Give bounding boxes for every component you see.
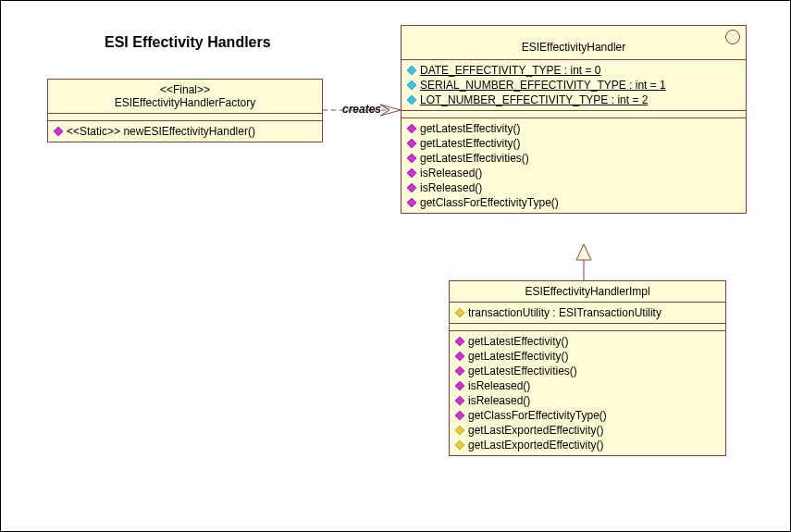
member-row: getLatestEffectivity() — [407, 121, 740, 136]
diagram-canvas: ESI Effectivity Handlers <<Final>> ESIEf… — [0, 0, 791, 532]
key-icon — [455, 426, 465, 436]
member-label: isReleased() — [468, 394, 530, 407]
member-row: transactionUtility : ESITransactionUtili… — [455, 305, 720, 320]
dependency-arrowhead — [380, 105, 389, 116]
key-icon — [455, 308, 465, 318]
member-row: getLastExportedEffectivity() — [455, 438, 720, 452]
method-icon — [407, 124, 417, 134]
member-row: isReleased() — [407, 180, 740, 195]
class-impl: ESIEffectivityHandlerImpl transactionUti… — [449, 280, 726, 456]
member-row: DATE_EFFECTIVITY_TYPE : int = 0 — [407, 63, 740, 78]
key-icon — [455, 440, 465, 451]
class-factory-header: <<Final>> ESIEffectivityHandlerFactory — [48, 80, 322, 114]
generalization-arrowhead — [576, 244, 591, 260]
class-factory-stereotype: <<Final>> — [56, 83, 315, 96]
member-label: <<Static>> newESIEffectivityHandler() — [67, 125, 255, 138]
member-label: getLatestEffectivity() — [420, 137, 521, 150]
member-row: isReleased() — [407, 166, 740, 180]
method-icon — [455, 337, 465, 347]
class-handler-name: ESIEffectivityHandler — [409, 41, 738, 54]
class-handler: ESIEffectivityHandler DATE_EFFECTIVITY_T… — [401, 25, 747, 214]
class-handler-header: ESIEffectivityHandler — [402, 26, 746, 60]
member-label: LOT_NUMBER_EFFECTIVITY_TYPE : int = 2 — [420, 93, 648, 106]
member-row: isReleased() — [455, 393, 720, 408]
member-row: isReleased() — [455, 378, 720, 393]
member-label: getLatestEffectivity() — [468, 350, 569, 363]
method-icon — [407, 154, 417, 164]
class-handler-attributes: DATE_EFFECTIVITY_TYPE : int = 0SERIAL_NU… — [402, 60, 746, 111]
svg-line-0 — [380, 105, 401, 110]
class-factory-empty-section — [48, 114, 322, 121]
method-icon — [407, 168, 417, 179]
class-factory: <<Final>> ESIEffectivityHandlerFactory <… — [47, 79, 323, 142]
attr-cyan-icon — [407, 66, 417, 76]
member-row: getClassForEffectivityType() — [407, 195, 740, 210]
member-row: getLastExportedEffectivity() — [455, 423, 720, 438]
member-label: getLastExportedEffectivity() — [468, 424, 604, 437]
method-icon — [54, 127, 64, 137]
member-label: getLastExportedEffectivity() — [468, 439, 604, 452]
member-row: getClassForEffectivityType() — [455, 408, 720, 423]
method-icon — [455, 366, 465, 377]
method-icon — [455, 396, 465, 406]
member-row: getLatestEffectivity() — [455, 349, 720, 364]
method-icon — [455, 381, 465, 391]
class-factory-methods: <<Static>> newESIEffectivityHandler() — [48, 121, 322, 142]
member-label: isReleased() — [420, 181, 482, 194]
member-row: getLatestEffectivities() — [455, 364, 720, 378]
interface-circle-icon — [725, 30, 740, 44]
method-icon — [455, 352, 465, 362]
member-row: LOT_NUMBER_EFFECTIVITY_TYPE : int = 2 — [407, 93, 740, 107]
member-row: getLatestEffectivity() — [455, 334, 720, 349]
member-label: getLatestEffectivity() — [468, 335, 569, 348]
class-handler-empty-section — [402, 111, 746, 118]
method-icon — [407, 139, 417, 149]
class-impl-methods: getLatestEffectivity()getLatestEffectivi… — [450, 331, 725, 455]
method-icon — [455, 411, 465, 421]
member-row: getLatestEffectivities() — [407, 151, 740, 166]
member-label: isReleased() — [468, 379, 530, 392]
diagram-title: ESI Effectivity Handlers — [105, 34, 271, 51]
member-label: getClassForEffectivityType() — [468, 409, 607, 422]
class-factory-name: ESIEffectivityHandlerFactory — [56, 96, 315, 109]
class-impl-empty-section — [450, 324, 725, 331]
member-row: SERIAL_NUMBER_EFFECTIVITY_TYPE : int = 1 — [407, 78, 740, 93]
attr-cyan-icon — [407, 95, 417, 105]
member-label: getLatestEffectivities() — [468, 365, 577, 377]
member-label: DATE_EFFECTIVITY_TYPE : int = 0 — [420, 64, 601, 77]
member-row: getLatestEffectivity() — [407, 136, 740, 151]
member-label: getClassForEffectivityType() — [420, 196, 559, 209]
relation-creates-label: creates — [342, 103, 381, 116]
member-label: transactionUtility : ESITransactionUtili… — [468, 306, 661, 319]
class-handler-methods: getLatestEffectivity()getLatestEffectivi… — [402, 118, 746, 213]
class-impl-header: ESIEffectivityHandlerImpl — [450, 281, 725, 303]
class-impl-attributes: transactionUtility : ESITransactionUtili… — [450, 303, 725, 324]
member-label: isReleased() — [420, 167, 482, 179]
svg-line-1 — [380, 110, 401, 116]
member-label: getLatestEffectivity() — [420, 122, 521, 135]
member-label: getLatestEffectivities() — [420, 152, 529, 165]
class-impl-name: ESIEffectivityHandlerImpl — [457, 285, 718, 298]
member-label: SERIAL_NUMBER_EFFECTIVITY_TYPE : int = 1 — [420, 79, 666, 92]
method-icon — [407, 183, 417, 193]
attr-cyan-icon — [407, 80, 417, 91]
method-icon — [407, 198, 417, 208]
member-row: <<Static>> newESIEffectivityHandler() — [54, 124, 316, 139]
